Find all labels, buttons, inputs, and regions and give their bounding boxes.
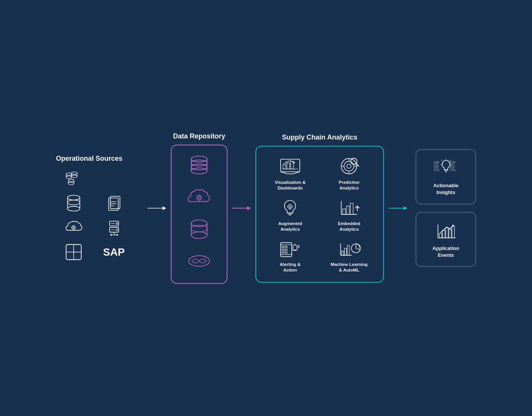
- svg-point-11: [68, 182, 74, 185]
- data-repo-title: Data Repository: [173, 132, 225, 140]
- alerting-action-label: Alerting &Action: [280, 262, 301, 273]
- operational-sources-section: Operational Sources: [56, 155, 139, 262]
- svg-rect-152: [448, 229, 451, 237]
- svg-point-86: [347, 164, 351, 168]
- svg-rect-149: [439, 233, 442, 237]
- svg-line-66: [197, 199, 198, 200]
- database-cylinder-icon: [56, 194, 91, 213]
- svg-rect-113: [282, 249, 284, 251]
- svg-text:111010: 111010: [450, 169, 456, 171]
- svg-rect-106: [350, 203, 353, 214]
- svg-point-54: [191, 168, 207, 174]
- data-repository-section: Data Repository: [171, 132, 227, 284]
- svg-rect-105: [346, 206, 349, 214]
- svg-point-85: [344, 161, 354, 171]
- repo-database-icon: [186, 218, 212, 242]
- augmented-analytics-item: AugmentedAnalytics: [264, 197, 317, 232]
- cloud-gear-icon: [56, 219, 91, 237]
- actionable-insights-box: 101011 11101 10110 10110 011101 101011 1…: [416, 149, 476, 204]
- ml-automl-item: Machine Learning& AutoML: [323, 238, 376, 273]
- repo-stacked-disks-icon: [186, 155, 212, 179]
- svg-point-67: [191, 220, 207, 227]
- svg-point-96: [288, 205, 292, 209]
- svg-point-0: [66, 173, 72, 175]
- svg-rect-116: [285, 252, 288, 253]
- svg-line-65: [201, 196, 201, 196]
- svg-point-82: [294, 162, 295, 163]
- svg-rect-114: [285, 249, 288, 251]
- op-sources-title: Operational Sources: [56, 155, 122, 163]
- svg-rect-122: [345, 248, 347, 255]
- svg-point-33: [116, 223, 118, 225]
- svg-rect-79: [283, 165, 286, 169]
- ml-automl-label: Machine Learning& AutoML: [331, 262, 368, 273]
- svg-text:10110: 10110: [434, 167, 439, 169]
- alerting-action-item: Alerting &Action: [264, 238, 317, 273]
- svg-line-77: [293, 172, 300, 174]
- svg-rect-81: [291, 161, 293, 169]
- sca-box: Visualization &Dashboards PredictiveAnal…: [255, 146, 384, 283]
- svg-text:011101: 011101: [434, 169, 440, 171]
- svg-point-4: [71, 172, 77, 175]
- augmented-analytics-label: AugmentedAnalytics: [278, 220, 302, 232]
- viz-dashboards-label: Visualization &Dashboards: [275, 179, 306, 191]
- svg-point-41: [116, 234, 118, 236]
- svg-point-8: [68, 179, 74, 182]
- svg-rect-80: [287, 163, 289, 169]
- application-events-box: ApplicationEvents: [416, 212, 476, 267]
- svg-rect-112: [285, 246, 288, 248]
- op-icons-grid: SAP: [56, 170, 131, 262]
- svg-marker-46: [162, 206, 166, 210]
- svg-point-58: [198, 197, 200, 199]
- svg-point-23: [73, 227, 74, 228]
- svg-text:10110: 10110: [450, 167, 455, 169]
- svg-line-126: [356, 248, 360, 250]
- svg-line-64: [201, 199, 201, 200]
- embedded-analytics-item: EmbeddedAnalytics: [323, 197, 376, 232]
- svg-text:101011: 101011: [450, 161, 456, 163]
- repo-oval-icon: [186, 250, 212, 274]
- svg-rect-153: [452, 226, 455, 238]
- svg-line-76: [281, 172, 288, 174]
- svg-rect-121: [342, 251, 344, 255]
- svg-marker-74: [247, 206, 251, 210]
- svg-point-36: [116, 229, 118, 231]
- svg-text:101011: 101011: [434, 161, 440, 163]
- embedded-analytics-label: EmbeddedAnalytics: [338, 220, 360, 232]
- svg-line-144: [441, 160, 442, 161]
- svg-rect-150: [442, 230, 445, 238]
- svg-marker-128: [404, 206, 407, 210]
- svg-point-12: [67, 195, 80, 200]
- predictive-analytics-item: PredictiveAnalytics: [323, 155, 376, 191]
- actionable-insights-label: ActionableInsights: [433, 182, 458, 196]
- sap-label: SAP: [96, 243, 131, 262]
- repo-cloud-icon: [186, 186, 212, 211]
- svg-rect-123: [347, 246, 350, 256]
- svg-text:10110: 10110: [450, 165, 455, 167]
- viz-dashboards-item: Visualization &Dashboards: [264, 155, 317, 191]
- grid-icon: [56, 243, 91, 262]
- arrow-to-repo: [147, 203, 166, 213]
- svg-text:11101: 11101: [434, 163, 439, 165]
- svg-line-63: [197, 196, 198, 196]
- svg-point-40: [110, 234, 112, 236]
- stacked-databases-icon: [56, 170, 91, 189]
- right-boxes: 101011 11101 10110 10110 011101 101011 1…: [416, 149, 476, 267]
- svg-point-97: [289, 206, 291, 208]
- svg-point-7: [71, 175, 77, 178]
- svg-point-15: [67, 200, 80, 205]
- svg-point-154: [452, 225, 454, 227]
- application-events-label: ApplicationEvents: [433, 245, 459, 258]
- svg-point-3: [66, 176, 72, 179]
- svg-rect-75: [281, 159, 300, 172]
- server-icon: [96, 219, 131, 237]
- svg-rect-104: [343, 209, 345, 214]
- svg-point-16: [67, 206, 80, 211]
- documents-icon: [96, 194, 131, 213]
- supply-chain-analytics-section: Supply Chain Analytics Visualization &Da…: [255, 133, 384, 283]
- svg-line-143: [450, 160, 450, 161]
- predictive-analytics-label: PredictiveAnalytics: [339, 179, 360, 191]
- data-repo-box: [171, 145, 227, 284]
- arrow-to-sca: [232, 203, 251, 213]
- sca-title: Supply Chain Analytics: [282, 133, 357, 141]
